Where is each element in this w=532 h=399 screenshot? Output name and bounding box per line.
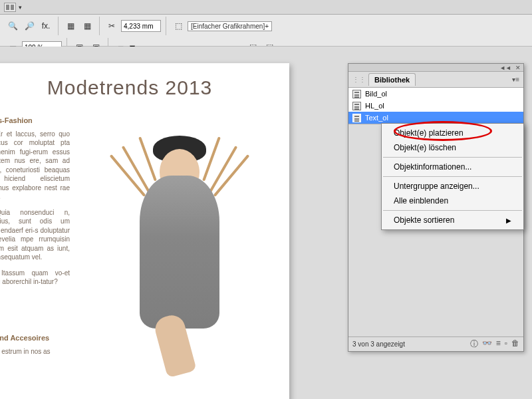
separator: [99, 17, 100, 35]
context-menu: Objekt(e) platzieren Objekt(e) löschen O…: [381, 123, 524, 230]
menu-delete-objects[interactable]: Objekt(e) löschen: [382, 140, 523, 155]
new-item-icon[interactable]: ▫: [505, 338, 507, 350]
panel-menu-icon[interactable]: ▾≡: [512, 76, 519, 83]
panel-tab-library[interactable]: Bibliothek: [368, 73, 416, 86]
snippet-icon: [352, 102, 361, 110]
section-heading-1: hjahrs-Fashion: [0, 116, 70, 126]
text-column: hjahrs-Fashion nus. Er et laccus, serro …: [0, 116, 70, 362]
zoom-in-icon[interactable]: 🔎: [22, 19, 37, 33]
library-item[interactable]: Bild_ol: [348, 88, 523, 100]
body-para: naio. Itassum quam vo-et vollacc aborerc…: [0, 269, 70, 287]
page-title: Modetrends 2013: [0, 76, 279, 99]
menu-separator: [383, 157, 522, 158]
separator: [166, 17, 166, 35]
menu-object-info[interactable]: Objektinformationen...: [382, 160, 523, 174]
align-center-icon[interactable]: ▦: [80, 19, 94, 33]
app-topbar: ▾: [0, 0, 532, 15]
panel-footer: 3 von 3 angezeigt ⓘ 👓 ≡ ▫ 🗑: [348, 336, 523, 351]
panel-grip-icon[interactable]: ⋮⋮: [352, 76, 366, 83]
close-icon[interactable]: ✕: [515, 65, 521, 71]
snippet-icon: [352, 90, 361, 98]
body-para: r? Quia nonsenduci n, omnistius, sunt od…: [0, 208, 70, 262]
library-list: Bild_ol HL_ol Text_ol: [348, 88, 523, 124]
workspace: Modetrends 2013 hjahrs-Fashion nus. Er e…: [0, 47, 532, 399]
library-item-selected[interactable]: Text_ol: [348, 112, 523, 124]
body-para: nus. Er et laccus, serro quo invelecus c…: [0, 130, 70, 201]
library-item-label: HL_ol: [365, 102, 384, 110]
object-style-dropdown[interactable]: [Einfacher Grafikrahmen]+: [188, 21, 272, 31]
document-page: Modetrends 2013 hjahrs-Fashion nus. Er e…: [0, 63, 289, 399]
menu-separator: [383, 176, 522, 177]
menu-sort-objects[interactable]: Objekte sortieren ▶: [382, 213, 523, 227]
image-column: [80, 116, 279, 362]
stroke-width-input[interactable]: [121, 20, 161, 32]
fashion-model-image: [93, 116, 266, 355]
collapse-icon[interactable]: ◄◄: [499, 65, 511, 71]
status-text: 3 von 3 angezeigt: [352, 340, 405, 348]
options-toolbar: 🔍 🔎 fx. ▦ ▦ ✂ ⬚ [Einfacher Grafikrahmen]…: [0, 15, 532, 47]
section-heading-2: uhe und Accesoires: [0, 333, 70, 343]
snippet-icon: [352, 114, 361, 122]
info-icon[interactable]: ⓘ: [470, 338, 478, 350]
menu-separator: [383, 210, 522, 211]
library-item-label: Bild_ol: [365, 90, 387, 98]
list-view-icon[interactable]: ≡: [496, 338, 501, 350]
crop-icon[interactable]: ✂: [104, 19, 119, 33]
menu-show-all[interactable]: Alle einblenden: [382, 194, 523, 208]
library-item[interactable]: HL_ol: [348, 100, 523, 112]
view-dropdown-icon[interactable]: ▾: [19, 4, 22, 11]
object-style-icon[interactable]: ⬚: [171, 19, 186, 33]
fx-button[interactable]: fx.: [39, 19, 53, 33]
menu-place-objects[interactable]: Objekt(e) platzieren: [382, 126, 523, 140]
panel-collapse-bar[interactable]: ◄◄ ✕: [348, 64, 523, 72]
align-left-icon[interactable]: ▦: [63, 19, 78, 33]
library-item-label: Text_ol: [365, 114, 388, 122]
menu-show-subgroup[interactable]: Untergruppe anzeigen...: [382, 179, 523, 194]
submenu-arrow-icon: ▶: [506, 217, 511, 224]
search-icon[interactable]: 👓: [482, 338, 492, 350]
view-mode-icon[interactable]: [4, 3, 16, 12]
menu-sort-label: Objekte sortieren: [394, 215, 454, 225]
body-para: pidebit estrum in nos as: [0, 347, 70, 356]
zoom-out-icon[interactable]: 🔍: [5, 19, 20, 33]
separator: [58, 17, 59, 35]
trash-icon[interactable]: 🗑: [511, 338, 519, 350]
